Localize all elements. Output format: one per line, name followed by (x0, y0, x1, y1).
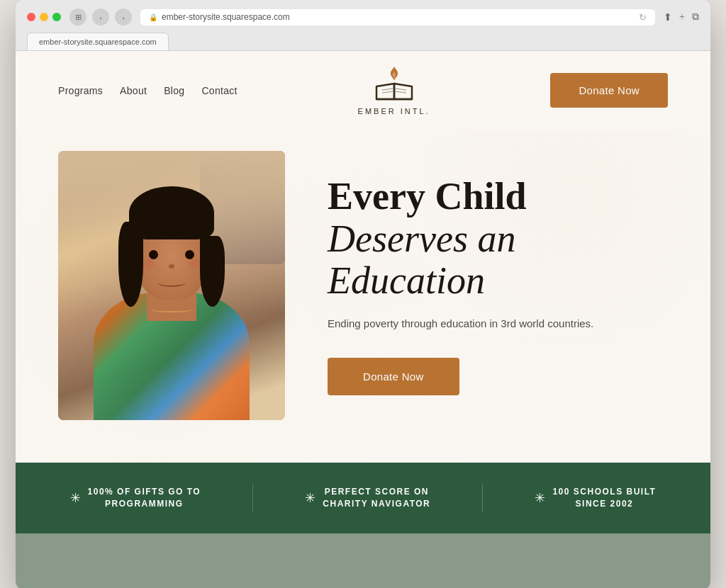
stats-bar: ✳ 100% OF GIFTS GO TOPROGRAMMING ✳ PERFE… (16, 463, 710, 533)
stat-divider-1 (252, 484, 253, 512)
hero-title-line1: Every Child (328, 175, 527, 217)
hero-section: Every Child Deserves an Education Ending… (16, 130, 710, 463)
hero-title: Every Child Deserves an Education (328, 176, 668, 302)
stat-divider-2 (482, 484, 483, 512)
browser-chrome: ⊞ ‹ › 🔒 ember-storysite.squarespace.com … (16, 0, 710, 51)
lock-icon: 🔒 (149, 13, 157, 21)
hero-title-line3: Education (328, 259, 485, 302)
svg-line-1 (382, 89, 393, 90)
stat-item-0: ✳ 100% OF GIFTS GO TOPROGRAMMING (70, 486, 201, 510)
site-nav: Programs About Blog Contact (58, 85, 238, 96)
stat-icon-0: ✳ (70, 490, 81, 506)
stat-item-1: ✳ PERFECT SCORE ONCHARITY NAVIGATOR (305, 486, 430, 510)
svg-line-4 (396, 91, 406, 93)
nav-blog[interactable]: Blog (164, 85, 184, 96)
browser-nav-buttons: ⊞ ‹ › (69, 9, 132, 26)
share-icon[interactable]: ⬆ (664, 11, 672, 23)
url-text: ember-storysite.squarespace.com (162, 12, 290, 22)
nav-about[interactable]: About (120, 85, 147, 96)
site-logo: EMBER INTL. (358, 65, 430, 115)
nav-programs[interactable]: Programs (58, 85, 103, 96)
browser-window: ⊞ ‹ › 🔒 ember-storysite.squarespace.com … (16, 0, 710, 588)
browser-dots (27, 13, 61, 21)
hero-title-line2: Deserves an (328, 217, 515, 260)
active-tab[interactable]: ember-storysite.squarespace.com (27, 33, 169, 50)
stat-icon-1: ✳ (305, 490, 315, 506)
tabs-icon[interactable]: ⧉ (692, 11, 699, 23)
logo-text: EMBER INTL. (358, 107, 430, 115)
forward-button[interactable]: › (115, 9, 132, 26)
svg-line-3 (396, 89, 406, 90)
website-content: Programs About Blog Contact (16, 51, 710, 588)
svg-line-2 (382, 91, 393, 93)
maximize-dot[interactable] (52, 13, 61, 21)
hero-donate-button[interactable]: Donate Now (328, 358, 459, 395)
stat-text-1: PERFECT SCORE ONCHARITY NAVIGATOR (323, 486, 430, 510)
stat-icon-2: ✳ (535, 490, 545, 506)
back-button[interactable]: ‹ (92, 9, 109, 26)
browser-actions: ⬆ + ⧉ (664, 11, 699, 23)
header-donate-button[interactable]: Donate Now (550, 73, 668, 108)
logo-icon (369, 65, 419, 104)
stat-text-2: 100 SCHOOLS BUILTSINCE 2002 (552, 486, 656, 510)
hero-subtitle: Ending poverty through education in 3rd … (328, 316, 668, 332)
site-header: Programs About Blog Contact (16, 51, 710, 130)
stat-item-2: ✳ 100 SCHOOLS BUILTSINCE 2002 (535, 486, 656, 510)
address-bar[interactable]: 🔒 ember-storysite.squarespace.com ↻ (140, 9, 655, 26)
hero-content: Every Child Deserves an Education Ending… (328, 176, 668, 395)
reload-icon[interactable]: ↻ (639, 12, 647, 23)
new-tab-icon[interactable]: + (679, 11, 685, 23)
minimize-dot[interactable] (40, 13, 48, 21)
sidebar-toggle-button[interactable]: ⊞ (69, 9, 86, 26)
close-dot[interactable] (27, 13, 35, 21)
site-footer-preview (16, 533, 710, 588)
stat-text-0: 100% OF GIFTS GO TOPROGRAMMING (88, 486, 201, 510)
hero-image (58, 151, 285, 420)
tab-bar: ember-storysite.squarespace.com (27, 33, 699, 50)
nav-contact[interactable]: Contact (201, 85, 237, 96)
